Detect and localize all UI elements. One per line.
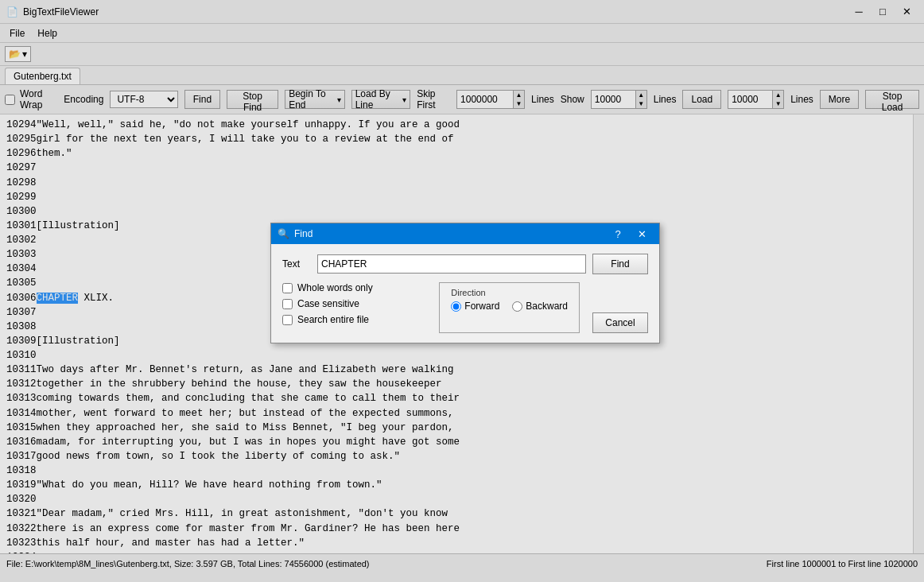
wordwrap-checkbox[interactable] xyxy=(5,95,15,105)
open-button[interactable]: 📂 ▾ xyxy=(5,46,31,62)
show-input-wrap: ▲ ▼ xyxy=(591,90,647,109)
show-down[interactable]: ▼ xyxy=(635,99,646,108)
menu-help[interactable]: Help xyxy=(31,26,64,41)
backward-option[interactable]: Backward xyxy=(512,301,568,312)
direction-dropdown[interactable]: Begin To End ▾ xyxy=(285,90,345,109)
lines-label: Lines xyxy=(531,94,554,105)
app-icon: 📄 xyxy=(6,6,18,17)
loadbyline-dropdown-icon: ▾ xyxy=(402,95,406,104)
open-dropdown-icon: ▾ xyxy=(22,48,27,60)
search-entire-checkbox[interactable] xyxy=(282,315,293,325)
close-button[interactable]: ✕ xyxy=(895,4,918,20)
skipfirst-label: Skip First xyxy=(417,88,450,111)
controls-row: Word Wrap Encoding UTF-8 Find Stop Find … xyxy=(0,85,924,114)
encoding-label: Encoding xyxy=(64,94,103,105)
skipfirst-input[interactable] xyxy=(457,91,513,108)
menu-file[interactable]: File xyxy=(3,26,31,41)
direction-options: Forward Backward xyxy=(451,301,568,312)
toolbar: 📂 ▾ xyxy=(0,43,924,66)
folder-icon: 📂 xyxy=(9,48,21,60)
skipfirst-down[interactable]: ▼ xyxy=(513,99,524,108)
find-close-button[interactable]: ✕ xyxy=(631,226,653,242)
find-dialog: 🔍 Find ? ✕ Text Find Whole words onl xyxy=(270,223,660,343)
show-up[interactable]: ▲ xyxy=(635,91,646,99)
find-text-label: Text xyxy=(282,258,311,270)
case-sensitive-option[interactable]: Case sensitive xyxy=(282,298,426,309)
find-help-button[interactable]: ? xyxy=(607,226,629,242)
statusbar: File: E:\work\temp\8M_lines\Gutenberg.tx… xyxy=(0,553,924,572)
show-label: Show xyxy=(561,94,584,105)
find-button[interactable]: Find xyxy=(184,90,220,109)
find-body: Text Find Whole words only Case sensitiv… xyxy=(271,244,659,343)
search-entire-option[interactable]: Search entire file xyxy=(282,314,426,325)
titlebar-left: 📄 BigTextFileViewer xyxy=(6,6,99,17)
encoding-select[interactable]: UTF-8 xyxy=(110,91,177,108)
cancel-wrap: Cancel xyxy=(592,282,648,333)
find-find-button[interactable]: Find xyxy=(592,254,648,274)
menubar: File Help xyxy=(0,24,924,43)
skipfirst-input-wrap: ▲ ▼ xyxy=(456,90,525,109)
lines2-label: Lines xyxy=(654,94,677,105)
find-titlebar: 🔍 Find ? ✕ xyxy=(271,223,659,244)
direction-label: Direction xyxy=(451,288,568,297)
load-button[interactable]: Load xyxy=(682,90,721,109)
find-options: Whole words only Case sensitive Search e… xyxy=(282,282,426,325)
lines3-label: Lines xyxy=(790,94,813,105)
more-up[interactable]: ▲ xyxy=(772,91,783,99)
backward-radio[interactable] xyxy=(512,301,522,312)
line-info: First line 1000001 to First line 1020000 xyxy=(767,559,918,568)
skipfirst-up[interactable]: ▲ xyxy=(513,91,524,99)
more-button[interactable]: More xyxy=(820,90,859,109)
find-text-row: Text Find xyxy=(282,254,648,274)
whole-words-checkbox[interactable] xyxy=(282,283,293,293)
direction-dropdown-icon: ▾ xyxy=(337,95,341,104)
find-dialog-icon: 🔍 xyxy=(278,228,289,239)
vertical-scrollbar[interactable] xyxy=(913,114,924,553)
stopfind-button[interactable]: Stop Find xyxy=(227,90,278,109)
stopload-button[interactable]: Stop Load xyxy=(865,90,919,109)
find-lower: Whole words only Case sensitive Search e… xyxy=(282,282,648,333)
show-input[interactable] xyxy=(592,91,635,108)
loadbyline-dropdown-wrap: Load By Line ▾ xyxy=(351,90,411,109)
more-input[interactable] xyxy=(728,91,772,108)
forward-option[interactable]: Forward xyxy=(451,301,499,312)
find-text-input[interactable] xyxy=(317,254,586,274)
titlebar: 📄 BigTextFileViewer ─ □ ✕ xyxy=(0,0,924,24)
loadbyline-dropdown[interactable]: Load By Line ▾ xyxy=(351,90,411,109)
forward-radio[interactable] xyxy=(451,301,461,312)
find-dialog-title: Find xyxy=(294,228,313,239)
wordwrap-label[interactable]: Word Wrap xyxy=(5,88,57,111)
file-info: File: E:\work\temp\8M_lines\Gutenberg.tx… xyxy=(6,559,370,568)
case-sensitive-checkbox[interactable] xyxy=(282,299,293,309)
more-input-wrap: ▲ ▼ xyxy=(728,90,784,109)
tabbar: Gutenberg.txt xyxy=(0,66,924,85)
skipfirst-spinner: ▲ ▼ xyxy=(513,91,524,108)
show-spinner: ▲ ▼ xyxy=(635,91,646,108)
whole-words-option[interactable]: Whole words only xyxy=(282,282,426,293)
direction-box: Direction Forward Backward xyxy=(439,282,580,333)
find-dialog-controls: ? ✕ xyxy=(607,226,653,242)
tab-gutenberg[interactable]: Gutenberg.txt xyxy=(5,68,80,84)
titlebar-controls: ─ □ ✕ xyxy=(848,4,918,20)
direction-dropdown-wrap: Begin To End ▾ xyxy=(285,90,345,109)
maximize-button[interactable]: □ xyxy=(872,4,894,20)
more-spinner: ▲ ▼ xyxy=(772,91,783,108)
minimize-button[interactable]: ─ xyxy=(848,4,870,20)
app-title: BigTextFileViewer xyxy=(23,6,99,17)
more-down[interactable]: ▼ xyxy=(772,99,783,108)
find-cancel-button[interactable]: Cancel xyxy=(592,312,648,333)
